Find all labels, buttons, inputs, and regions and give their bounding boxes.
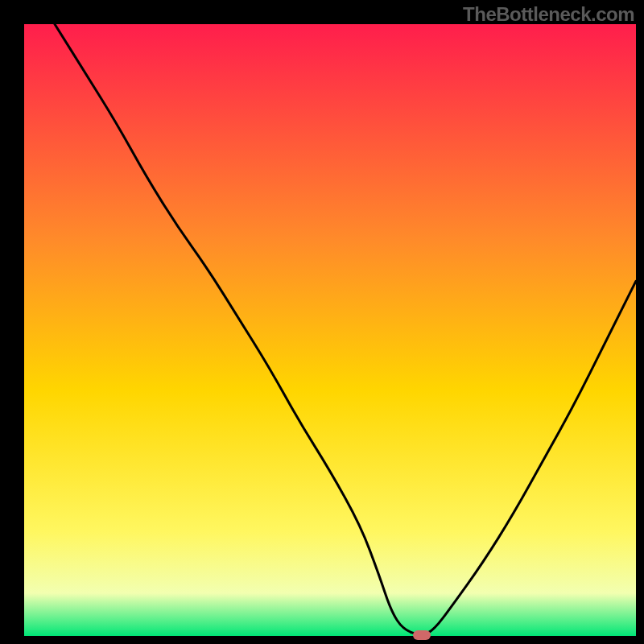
optimal-point-marker [413, 630, 431, 640]
chart-frame [0, 0, 644, 644]
watermark-text: TheBottleneck.com [463, 3, 634, 26]
chart-plot-area [24, 24, 636, 636]
bottleneck-chart [0, 0, 644, 644]
